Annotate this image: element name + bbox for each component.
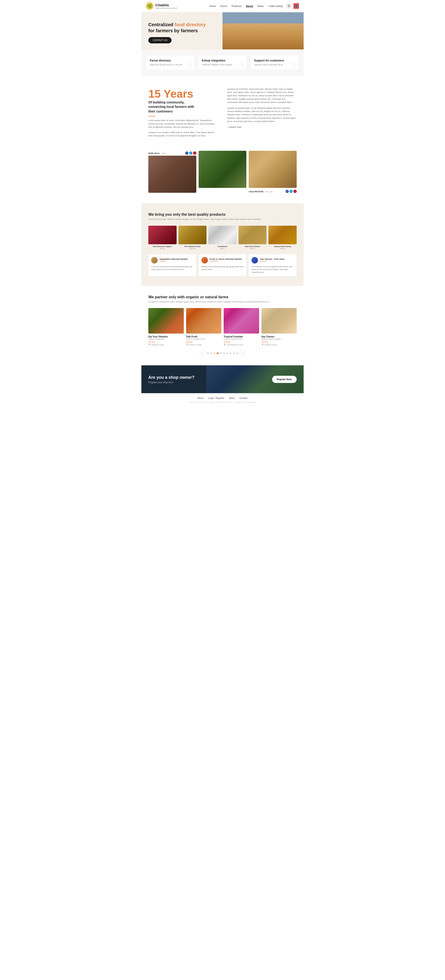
- carousel-dot-3[interactable]: [217, 352, 219, 354]
- product-4[interactable]: Natural Raw Honey $5.64: [268, 226, 297, 250]
- carousel-dot-7[interactable]: [230, 352, 231, 354]
- farm-name-3: Say Cheese: [261, 336, 297, 338]
- about-years: 15 Years: [148, 88, 218, 100]
- cta-content: Are you a shop owner? Register your shop…: [148, 375, 195, 383]
- farm-location-text-1: Orange County: [189, 344, 202, 346]
- social-pinterest-2[interactable]: p: [293, 190, 297, 193]
- farm-stars-2: ★★★★: [224, 341, 259, 343]
- farms-subtitle: Curabitur in vestibulum odio. Quisque ip…: [148, 301, 297, 304]
- about-subtitle: Of building community, connecting local …: [148, 100, 200, 114]
- carousel-next[interactable]: ›: [239, 350, 245, 356]
- location-pin-icon-1: 📍: [186, 344, 188, 346]
- social-twitter-2[interactable]: t: [290, 190, 293, 193]
- team-image-2: [249, 151, 297, 188]
- product-1[interactable]: Pure Natural Ghee $12.49: [179, 226, 207, 250]
- feature-title-1: Eshop integration: [202, 59, 243, 62]
- review-text-1: Really he best deal featuring high quali…: [201, 266, 244, 271]
- about-left: 15 Years Of building community, connecti…: [148, 88, 218, 139]
- carousel-dot-5[interactable]: [223, 352, 225, 354]
- review-info-1: Fruits & Juices Selection Basket ★★★★★: [210, 258, 242, 262]
- nav-add-listing[interactable]: + Add Listing: [268, 5, 282, 8]
- about-right-text-1: Quisque vel mi blandit, varius erat vita…: [227, 88, 297, 104]
- team-card-2: Clara Mitchelle PR Lead f t p: [249, 151, 297, 194]
- product-name-2: Cauliflower: [208, 245, 237, 248]
- nav-products[interactable]: Products: [231, 5, 242, 8]
- menu-icon[interactable]: ☰: [286, 3, 291, 9]
- reviews-grid: Vegetables Selection Basket ★★★★ Love th…: [148, 254, 297, 277]
- team-info-0: Eddie Rose CEO: [148, 151, 165, 155]
- footer-link-news[interactable]: News: [229, 397, 235, 399]
- carousel-prev[interactable]: ‹: [200, 350, 206, 356]
- products-subtitle: Vivamus accumsan, tellus et tempor feugi…: [148, 218, 297, 221]
- team-header-2: Clara Mitchelle PR Lead f t p: [249, 189, 297, 193]
- hero-cta-button[interactable]: CONTACT US: [148, 37, 171, 43]
- nav-home[interactable]: Home: [209, 5, 216, 8]
- product-3[interactable]: Red Cow Cheese $6.37: [239, 226, 267, 250]
- about-text-2: Aenean a orci semper, mollis justo id, a…: [148, 131, 218, 138]
- farms-title: We partner only with organic or natural …: [148, 295, 297, 299]
- hero-wheat-bg: [223, 12, 304, 49]
- carousel-dot-2[interactable]: [214, 352, 215, 354]
- nav-about[interactable]: About: [245, 5, 253, 8]
- product-price-1: $12.49: [179, 248, 207, 250]
- product-2[interactable]: Cauliflower $3.21: [208, 226, 237, 250]
- cta-register-button[interactable]: Register Now.: [272, 376, 297, 383]
- feature-arrow-2[interactable]: ›: [292, 63, 296, 67]
- location-pin-icon-3: 📍: [261, 344, 264, 346]
- carousel-dot-1[interactable]: [210, 352, 212, 354]
- product-image-1: [179, 226, 207, 244]
- nav-news[interactable]: News: [257, 5, 264, 8]
- logo-icon: 🌿: [146, 2, 154, 10]
- product-name-4: Natural Raw Honey: [268, 245, 297, 248]
- products-section: We bring you only the best quality produ…: [141, 203, 304, 286]
- location-pin-icon-2: 📍: [224, 344, 226, 346]
- farm-image-1: [186, 308, 222, 334]
- review-card-0: Vegetables Selection Basket ★★★★ Love th…: [148, 254, 196, 277]
- nav-icon-area: ☰ 👤: [286, 3, 299, 9]
- social-facebook-2[interactable]: f: [285, 190, 289, 193]
- farm-category-3: Biggest cheese supplier: [261, 338, 297, 340]
- footer-link-contact[interactable]: Contact: [239, 397, 247, 399]
- farm-location-2: 📍 Los Angeles County: [224, 344, 259, 346]
- carousel-dot-0[interactable]: [207, 352, 209, 354]
- footer-link-about[interactable]: About: [198, 397, 203, 399]
- review-info-2: Jam Season - Fruit Jams ★★★★: [260, 258, 284, 262]
- hero-title-plain: Centralized: [148, 22, 174, 27]
- product-0[interactable]: Red Delicious Apples $1.45: [148, 226, 177, 250]
- farm-card-0[interactable]: Eat Your Vitamins Organic Vegetables ★★★…: [148, 308, 184, 346]
- product-image-0: [148, 226, 177, 244]
- social-pinterest-0[interactable]: p: [193, 151, 196, 155]
- nav-farms[interactable]: Farms: [220, 5, 227, 8]
- brand-info: Citadela Farms Directory Layout: [155, 3, 177, 9]
- carousel-dot-6[interactable]: [226, 352, 228, 354]
- review-card-2: Jam Season - Fruit Jams ★★★★ The best ja…: [249, 254, 297, 277]
- farm-image-0: [148, 308, 184, 334]
- user-icon[interactable]: 👤: [293, 3, 299, 9]
- team-role-0: CEO: [162, 153, 165, 154]
- hero-title-highlight: food directory: [174, 22, 206, 27]
- feature-card-1: Eshop integration Pellentes habitant mor…: [198, 55, 247, 70]
- farm-card-3[interactable]: Say Cheese Biggest cheese supplier ★★★★ …: [261, 308, 297, 346]
- review-avatar-0: [151, 257, 158, 264]
- product-image-2: [208, 226, 237, 244]
- social-facebook-0[interactable]: f: [185, 151, 188, 155]
- farm-card-2[interactable]: Tropical Fountain Food & Candied Fruits …: [224, 308, 259, 346]
- brand-logo[interactable]: 🌿 Citadela Farms Directory Layout: [146, 2, 177, 10]
- farm-location-3: 📍 Orange County: [261, 344, 297, 346]
- farm-name-1: Tutti Frutti: [186, 336, 222, 338]
- farm-stars-0: ★★★★: [148, 341, 184, 343]
- review-name-1: Fruits & Juices Selection Basket: [210, 258, 242, 260]
- social-twitter-0[interactable]: t: [189, 151, 192, 155]
- farm-card-1[interactable]: Tutti Frutti Fresh & Candied Fruits ★★★★…: [186, 308, 222, 346]
- carousel-dot-9[interactable]: [236, 352, 238, 354]
- feature-title-2: Support for customers: [254, 59, 295, 62]
- feature-text-0: Maecenas feugiat quam in velit sed: [150, 63, 191, 66]
- hero-image: [223, 12, 304, 49]
- carousel-dot-4[interactable]: [220, 352, 222, 354]
- review-info-0: Vegetables Selection Basket ★★★★: [160, 258, 188, 262]
- product-image-4: [268, 226, 297, 244]
- footer-link-login[interactable]: Login / Register: [208, 397, 224, 399]
- feature-arrow-1[interactable]: ›: [240, 63, 244, 67]
- carousel-dot-8[interactable]: [233, 352, 235, 354]
- feature-arrow-0[interactable]: ›: [187, 63, 192, 67]
